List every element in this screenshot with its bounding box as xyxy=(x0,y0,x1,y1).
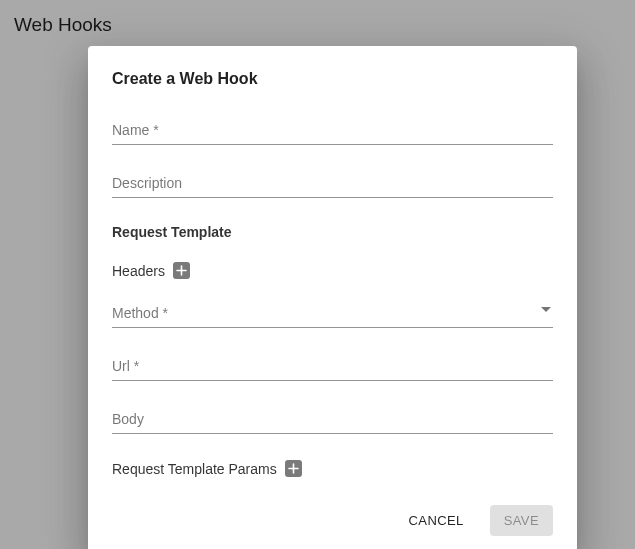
headers-row: Headers xyxy=(112,262,553,279)
create-webhook-dialog: Create a Web Hook Request Template Heade… xyxy=(88,46,577,549)
url-field xyxy=(112,354,553,381)
name-field xyxy=(112,118,553,145)
name-input[interactable] xyxy=(112,118,553,145)
cancel-button[interactable]: CANCEL xyxy=(395,505,478,536)
method-field[interactable] xyxy=(112,301,553,328)
method-select[interactable] xyxy=(112,301,553,328)
description-field xyxy=(112,171,553,198)
description-input[interactable] xyxy=(112,171,553,198)
add-header-button[interactable] xyxy=(173,262,190,279)
body-input[interactable] xyxy=(112,407,553,434)
url-input[interactable] xyxy=(112,354,553,381)
save-button: SAVE xyxy=(490,505,553,536)
request-template-label: Request Template xyxy=(112,224,553,240)
request-template-params-row: Request Template Params xyxy=(112,460,553,477)
request-template-params-label: Request Template Params xyxy=(112,461,277,477)
body-field xyxy=(112,407,553,434)
dialog-title: Create a Web Hook xyxy=(112,70,553,88)
headers-label: Headers xyxy=(112,263,165,279)
plus-icon xyxy=(176,265,187,276)
plus-icon xyxy=(288,463,299,474)
add-param-button[interactable] xyxy=(285,460,302,477)
dialog-actions: CANCEL SAVE xyxy=(112,505,553,536)
